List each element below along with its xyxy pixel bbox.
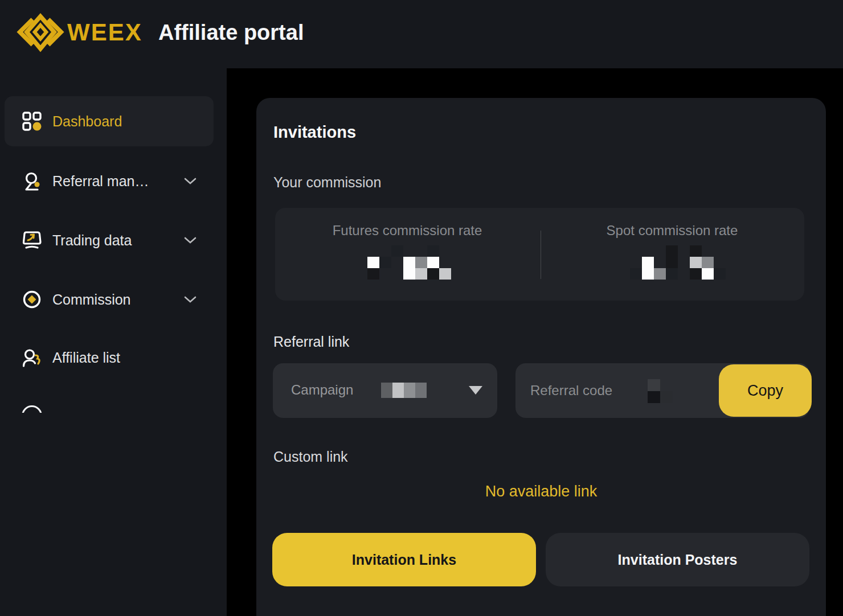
app-window: WEEX Affiliate portal Dashboard xyxy=(0,0,843,616)
invitation-links-button[interactable]: Invitation Links xyxy=(272,533,536,586)
page-title: Affiliate portal xyxy=(158,20,304,45)
card-title: Invitations xyxy=(273,123,356,142)
chevron-down-icon xyxy=(183,295,197,303)
sidebar-item-affiliate-list[interactable]: Affiliate list xyxy=(0,340,227,375)
chevron-down-icon xyxy=(183,236,197,244)
sidebar-item-label: Affiliate list xyxy=(52,350,120,366)
sidebar-item-referral-management[interactable]: Referral man… xyxy=(0,164,227,198)
no-available-link-text: No available link xyxy=(256,483,826,500)
referral-code-field[interactable]: Referral code Copy xyxy=(515,363,809,418)
invitations-card: Invitations Your commission Futures comm… xyxy=(256,98,826,616)
commission-rates-panel: Futures commission rate Spot commission … xyxy=(275,208,804,301)
custom-link-heading: Custom link xyxy=(273,449,348,465)
chevron-down-icon xyxy=(183,177,197,185)
sidebar-item-trading-data[interactable]: Trading data xyxy=(0,223,227,257)
campaign-dropdown-label: Campaign xyxy=(291,382,353,398)
dashboard-grid-icon xyxy=(22,111,42,132)
referral-code-label: Referral code xyxy=(530,383,612,399)
commission-coin-icon xyxy=(22,289,42,310)
brand-name: WEEX xyxy=(67,19,142,46)
futures-commission-block: Futures commission rate xyxy=(275,208,539,301)
referral-person-icon xyxy=(22,171,42,191)
sidebar-item-label: Commission xyxy=(52,291,131,308)
dropdown-caret-icon xyxy=(469,386,482,395)
spot-commission-label: Spot commission rate xyxy=(540,223,804,239)
futures-commission-redacted-value xyxy=(367,245,451,280)
sidebar-item-label: Trading data xyxy=(52,232,132,249)
main-content: Invitations Your commission Futures comm… xyxy=(227,68,843,616)
affiliate-people-icon xyxy=(22,347,42,368)
campaign-dropdown[interactable]: Campaign xyxy=(273,363,497,418)
weex-logo-icon xyxy=(16,13,65,54)
futures-commission-label: Futures commission rate xyxy=(275,223,539,239)
sidebar-item-label: Dashboard xyxy=(52,113,122,130)
invitation-posters-button[interactable]: Invitation Posters xyxy=(546,533,809,586)
sidebar-item-label: Referral man… xyxy=(52,173,149,190)
spot-commission-redacted-value xyxy=(630,245,726,280)
partial-circle-icon xyxy=(22,405,42,413)
top-header: WEEX Affiliate portal xyxy=(0,0,843,68)
spot-commission-block: Spot commission rate xyxy=(540,208,804,301)
referral-code-redacted-value xyxy=(648,379,673,403)
trading-monitor-icon xyxy=(22,230,42,250)
campaign-redacted-value xyxy=(381,383,427,398)
your-commission-heading: Your commission xyxy=(273,174,381,191)
sidebar-nav: Dashboard Referral man… xyxy=(0,68,227,616)
sidebar-item-dashboard[interactable]: Dashboard xyxy=(0,104,227,138)
referral-link-heading: Referral link xyxy=(273,334,349,350)
sidebar-item-commission[interactable]: Commission xyxy=(0,282,227,317)
sidebar-item-partial[interactable] xyxy=(22,405,44,413)
copy-button[interactable]: Copy xyxy=(719,364,812,417)
